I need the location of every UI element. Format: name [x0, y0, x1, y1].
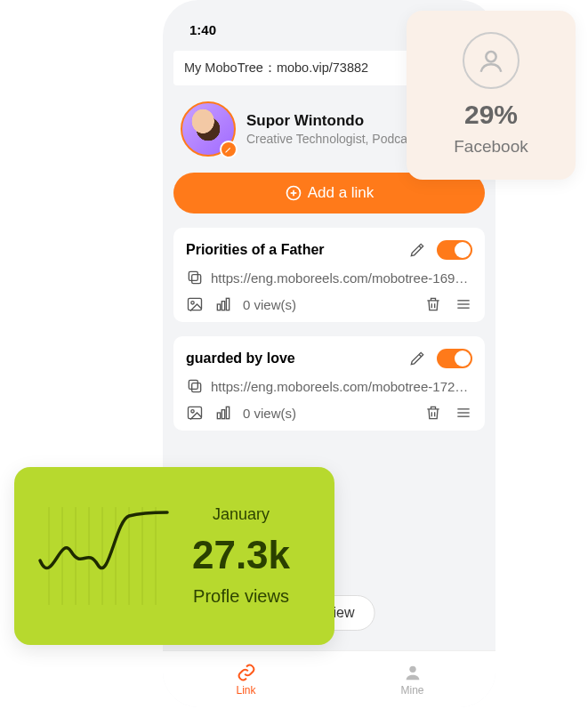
drag-handle-icon[interactable]	[455, 404, 472, 422]
tab-mine-label: Mine	[400, 684, 423, 697]
link-url: https://eng.moboreels.com/mobotree-16995…	[211, 270, 472, 286]
stats-card: January 27.3k Profle views	[14, 467, 334, 645]
pencil-icon	[224, 145, 233, 154]
tab-mine[interactable]: Mine	[329, 651, 495, 707]
link-toggle[interactable]	[437, 240, 472, 260]
profile-text: Supor Wintondo Creative Technologist, Po…	[246, 112, 428, 146]
pencil-icon[interactable]	[408, 241, 426, 259]
trash-icon[interactable]	[424, 404, 442, 422]
link-icon	[237, 663, 256, 682]
profile-role: Creative Technologist, Podcaster	[246, 132, 428, 146]
status-time: 1:40	[189, 22, 216, 37]
svg-rect-4	[189, 271, 197, 280]
stats-value: 27.3k	[169, 533, 313, 577]
avatar[interactable]	[181, 101, 236, 157]
person-icon	[403, 663, 423, 682]
link-views: 0 view(s)	[243, 406, 296, 421]
svg-rect-13	[192, 383, 201, 392]
svg-rect-18	[222, 410, 224, 419]
trash-icon[interactable]	[424, 295, 442, 313]
svg-rect-5	[189, 298, 202, 310]
copy-icon[interactable]	[186, 377, 204, 395]
sparkline-chart	[36, 498, 169, 614]
copy-icon[interactable]	[186, 269, 204, 286]
svg-point-24	[486, 52, 495, 61]
person-icon	[476, 45, 506, 76]
svg-rect-9	[226, 298, 229, 310]
link-toggle[interactable]	[437, 349, 472, 368]
image-icon[interactable]	[186, 295, 204, 313]
link-title: Priorities of a Father	[186, 242, 325, 258]
svg-rect-19	[226, 407, 229, 418]
source-avatar-placeholder	[463, 32, 520, 89]
svg-point-6	[191, 302, 194, 304]
bottom-tab-bar: Link Mine	[163, 650, 495, 707]
svg-rect-3	[192, 275, 201, 284]
profile-url-text: My MoboTree：mobo.vip/73882	[184, 60, 368, 75]
profile-name: Supor Wintondo	[246, 112, 428, 130]
link-card: Priorities of a Father https://eng.mobor…	[173, 228, 485, 322]
sparkline-icon	[36, 498, 169, 614]
edit-avatar-button[interactable]	[220, 141, 238, 158]
svg-rect-15	[189, 407, 202, 418]
svg-rect-7	[217, 304, 220, 310]
image-icon[interactable]	[186, 404, 204, 422]
tab-link[interactable]: Link	[163, 651, 329, 707]
stats-month: January	[169, 505, 313, 524]
svg-rect-8	[222, 302, 224, 310]
svg-point-23	[409, 665, 415, 672]
link-card: guarded by love https://eng.moboreels.co…	[173, 336, 485, 431]
add-link-label: Add a link	[308, 184, 375, 202]
pencil-icon[interactable]	[408, 350, 426, 367]
link-views: 0 view(s)	[243, 297, 296, 312]
traffic-source-card: 29% Facebook	[407, 11, 576, 180]
bar-chart-icon[interactable]	[214, 295, 232, 313]
link-url: https://eng.moboreels.com/mobotree-17228…	[211, 379, 472, 394]
bar-chart-icon[interactable]	[214, 404, 232, 422]
link-title: guarded by love	[186, 350, 295, 367]
stats-label: Profle views	[169, 586, 313, 607]
tab-link-label: Link	[236, 684, 255, 697]
plus-circle-icon	[285, 184, 302, 202]
drag-handle-icon[interactable]	[455, 295, 472, 313]
source-percent: 29%	[415, 100, 567, 130]
source-name: Facebook	[415, 137, 567, 157]
svg-rect-14	[189, 380, 197, 389]
svg-rect-17	[217, 413, 220, 419]
svg-point-16	[191, 410, 194, 413]
